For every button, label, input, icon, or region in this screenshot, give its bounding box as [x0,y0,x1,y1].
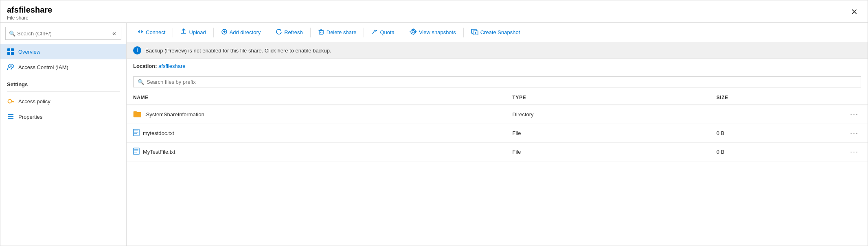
svg-rect-1 [11,48,14,51]
file-size: 0 B [710,143,841,161]
key-icon [7,98,14,105]
banner-text: Backup (Preview) is not enabled for this… [145,48,331,54]
file-search-input[interactable] [147,79,857,85]
sidebar-item-properties-label: Properties [18,114,42,120]
connect-button[interactable]: Connect [133,26,169,39]
more-actions-button[interactable]: ··· [848,109,861,120]
file-type: File [506,124,710,143]
toolbar: Connect Upload [127,23,868,42]
svg-point-5 [11,65,13,67]
sidebar-item-overview[interactable]: Overview [0,44,126,59]
more-actions-button[interactable]: ··· [848,147,861,157]
file-type: File [506,143,710,161]
col-header-actions [841,91,868,105]
quota-icon [371,28,378,36]
add-directory-icon [221,28,228,36]
location-link[interactable]: afsfileshare [158,63,185,69]
sidebar-search-box: 🔍 « [5,27,121,40]
delete-share-label: Delete share [327,29,357,35]
svg-point-4 [9,65,11,67]
svg-rect-2 [7,52,10,55]
file-name-cell-2: MyTestFile.txt [127,143,506,161]
table-header-row: NAME TYPE SIZE [127,91,868,105]
svg-rect-0 [7,48,10,51]
sidebar-item-overview-label: Overview [18,49,40,55]
properties-icon [7,113,14,120]
separator-5 [364,28,364,37]
upload-label: Upload [189,29,206,35]
collapse-sidebar-button[interactable]: « [111,29,118,38]
info-icon: i [133,46,141,54]
svg-rect-32 [134,148,139,155]
file-name-cell-1: mytestdoc.txt [127,124,506,143]
refresh-icon [276,28,282,36]
delete-icon [318,28,324,36]
sidebar-item-iam-label: Access Control (IAM) [18,64,68,70]
separator-3 [268,28,268,37]
separator-7 [463,28,464,37]
overview-icon [7,48,14,55]
table-row[interactable]: .SystemShareInformationDirectory··· [127,105,868,124]
separator-1 [173,28,173,37]
file-icon [133,129,140,137]
main-layout: 🔍 « Overview [0,23,868,246]
location-bar: Location: afsfileshare [127,59,868,73]
svg-point-23 [412,30,414,33]
separator-2 [213,28,214,37]
settings-divider [7,91,120,92]
search-icon: 🔍 [9,30,15,37]
sidebar-item-access-policy-label: Access policy [18,98,50,104]
info-banner[interactable]: i Backup (Preview) is not enabled for th… [127,42,868,59]
file-table-container: NAME TYPE SIZE .SystemShareInformationDi… [127,91,868,246]
add-directory-button[interactable]: Add directory [217,26,265,39]
svg-point-6 [8,100,12,103]
upload-icon [180,28,187,36]
refresh-label: Refresh [284,29,303,35]
file-search-box: 🔍 [133,76,861,87]
folder-icon [133,110,141,119]
svg-rect-28 [134,129,139,136]
quota-label: Quota [380,29,394,35]
sidebar-item-properties[interactable]: Properties [0,109,126,124]
svg-rect-16 [319,30,323,34]
refresh-button[interactable]: Refresh [272,26,307,39]
connect-label: Connect [146,29,165,35]
sidebar-item-access-policy[interactable]: Access policy [0,94,126,109]
create-snapshot-button[interactable]: Create Snapshot [467,26,524,39]
view-snapshots-icon [410,28,417,36]
close-button[interactable]: ✕ [848,5,861,18]
col-header-type: TYPE [506,91,710,105]
svg-rect-3 [11,52,14,55]
delete-share-button[interactable]: Delete share [314,26,361,39]
table-row[interactable]: MyTestFile.txtFile0 B··· [127,143,868,161]
file-name: .SystemShareInformation [145,111,204,118]
more-actions-button[interactable]: ··· [848,128,861,138]
window-title: afsfileshare [7,5,52,15]
connect-icon [137,28,144,36]
add-directory-label: Add directory [230,29,261,35]
col-header-name: NAME [127,91,506,105]
file-size [710,105,841,124]
create-snapshot-icon [471,28,478,36]
separator-4 [310,28,311,37]
more-actions-cell: ··· [841,143,868,161]
access-control-icon [7,63,14,71]
title-bar-left: afsfileshare File share [7,5,52,21]
svg-point-22 [411,29,416,34]
sidebar-search-input[interactable] [17,30,107,37]
upload-button[interactable]: Upload [176,26,210,39]
separator-6 [402,28,402,37]
file-icon [133,148,140,156]
file-size: 0 B [710,124,841,143]
settings-section-header: Settings [0,75,126,90]
sidebar-item-access-control[interactable]: Access Control (IAM) [0,59,126,75]
file-search-icon: 🔍 [138,79,144,85]
col-header-size: SIZE [710,91,841,105]
location-label: Location: [133,63,158,69]
table-row[interactable]: mytestdoc.txtFile0 B··· [127,124,868,143]
view-snapshots-button[interactable]: View snapshots [406,26,460,39]
file-name: mytestdoc.txt [143,130,174,136]
more-actions-cell: ··· [841,124,868,143]
quota-button[interactable]: Quota [367,26,398,39]
window-subtitle: File share [7,15,28,21]
